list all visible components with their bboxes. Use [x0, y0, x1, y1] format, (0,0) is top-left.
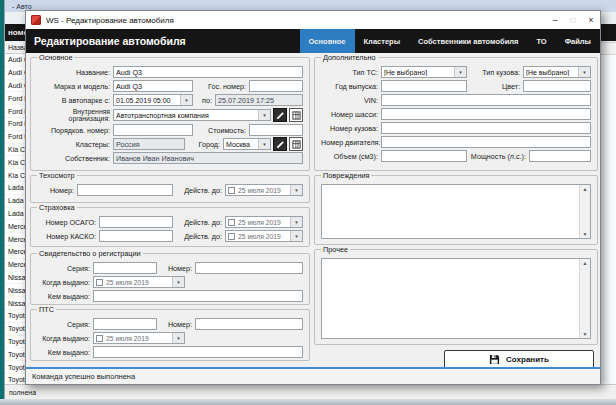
cost-input[interactable] [249, 124, 303, 136]
power-input[interactable] [529, 150, 591, 162]
taskbar[interactable] [0, 399, 616, 405]
chevron-down-icon[interactable]: ▾ [258, 139, 270, 149]
plate-label: Гос. номер: [193, 82, 249, 91]
chevron-down-icon[interactable]: ▾ [290, 185, 302, 195]
group-other-title: Прочее [321, 245, 350, 254]
color-input[interactable] [523, 80, 591, 92]
pts-series-input[interactable] [93, 318, 157, 330]
fleet-to-datetime-disabled: 25.07.2019 17:25 [215, 94, 303, 106]
name-input[interactable] [113, 66, 303, 78]
dialog-header: Редактирование автомобиля Основное Класт… [26, 29, 600, 53]
chassis-input[interactable] [381, 108, 591, 120]
kasko-date-picker[interactable]: 25 июля 2019 ▾ [225, 230, 303, 242]
cert-when-date-picker[interactable]: 25 июля 2019 ▾ [93, 276, 185, 288]
checkbox-icon[interactable] [228, 219, 235, 226]
table-icon [292, 140, 301, 149]
scroll-down-icon[interactable]: ▼ [583, 231, 588, 237]
cert-series-input[interactable] [93, 262, 157, 274]
kasko-label: Номер КАСКО: [37, 232, 99, 241]
body-number-input[interactable] [381, 122, 591, 134]
edit-car-dialog: WS - Редактирование автомобиля – □ × Ред… [25, 10, 601, 385]
group-tech-title: Техосмотр [37, 171, 77, 180]
other-textarea[interactable] [322, 259, 579, 338]
chevron-down-icon[interactable]: ▾ [290, 217, 302, 227]
owner-label: Собственник: [37, 154, 113, 163]
tab-sobstvenniki[interactable]: Собственники автомобиля [409, 29, 527, 53]
osago-date-picker[interactable]: 25 июля 2019 ▾ [225, 216, 303, 228]
cert-series-label: Серия: [37, 264, 93, 273]
plate-input[interactable] [249, 80, 303, 92]
city-select-button[interactable] [289, 137, 303, 151]
chevron-down-icon[interactable]: ▾ [258, 110, 270, 120]
dialog-titlebar[interactable]: WS - Редактирование автомобиля – □ × [26, 11, 600, 29]
page-title: Редактирование автомобиля [34, 35, 186, 47]
close-button[interactable]: × [582, 13, 600, 28]
volume-label: Объем (см3): [321, 152, 381, 161]
minimize-button[interactable]: – [546, 13, 564, 28]
cert-by-input[interactable] [93, 290, 303, 302]
body-type-combo[interactable]: [Не выбрано] ▾ [523, 66, 591, 78]
brand-input[interactable] [113, 80, 193, 92]
pts-by-input[interactable] [93, 346, 303, 358]
org-edit-button[interactable] [273, 108, 287, 122]
group-insurance: Страховка Номер ОСАГО: Действ. до: 25 ию… [30, 207, 310, 247]
tab-osnovnoe[interactable]: Основное [300, 29, 355, 53]
scrollbar[interactable]: ▲ ▼ [579, 259, 590, 338]
chevron-down-icon[interactable]: ▾ [172, 333, 184, 343]
background-statusbar: полнена [5, 384, 616, 399]
tab-bar: Основное Кластеры Собственники автомобил… [300, 29, 600, 53]
org-combo[interactable]: Автотранспортная компания ▾ [113, 109, 271, 121]
scroll-down-icon[interactable]: ▼ [583, 331, 588, 337]
tab-to[interactable]: ТО [527, 29, 555, 53]
fleet-from-value: 01.05.2019 05:00 [114, 97, 180, 104]
vin-label: VIN: [321, 96, 381, 105]
chevron-down-icon[interactable]: ▾ [180, 95, 192, 105]
city-combo[interactable]: Москва ▾ [223, 138, 271, 150]
chevron-down-icon[interactable]: ▾ [290, 231, 302, 241]
org-select-button[interactable] [289, 108, 303, 122]
cert-number-input[interactable] [195, 262, 303, 274]
body-type-value: [Не выбрано] [524, 69, 578, 76]
vehicle-type-label: Тип ТС: [321, 68, 381, 77]
osago-input[interactable] [99, 216, 173, 228]
body-type-label: Тип кузова: [467, 68, 523, 77]
dialog-statusbar: Команда успешно выполнена [26, 367, 600, 384]
tab-faily[interactable]: Файлы [556, 29, 600, 53]
tab-klastery[interactable]: Кластеры [355, 29, 410, 53]
owner-disabled-field: Иванов Иван Иванович [113, 152, 303, 164]
pts-number-input[interactable] [195, 318, 303, 330]
checkbox-icon[interactable] [96, 279, 103, 286]
checkbox-icon[interactable] [96, 335, 103, 342]
cert-by-label: Кем выдано: [37, 292, 93, 301]
clusters-label: Кластеры: [37, 140, 113, 149]
pts-when-date-picker[interactable]: 25 июля 2019 ▾ [93, 332, 185, 344]
scroll-up-icon[interactable]: ▲ [583, 186, 588, 192]
kasko-input[interactable] [99, 230, 173, 242]
group-extra-title: Дополнительно [321, 53, 378, 62]
checkbox-icon[interactable] [228, 233, 235, 240]
group-osnovnoe-title: Основное [37, 53, 74, 62]
city-combo-value: Москва [224, 141, 258, 148]
app-icon [31, 15, 41, 25]
engine-number-input[interactable] [381, 136, 591, 148]
city-edit-button[interactable] [273, 137, 287, 151]
scroll-up-icon[interactable]: ▲ [583, 260, 588, 266]
checkbox-icon[interactable] [228, 187, 235, 194]
year-input[interactable] [381, 80, 467, 92]
brand-label: Марка и модель: [37, 82, 113, 91]
ordinal-input[interactable] [113, 124, 193, 136]
scrollbar[interactable]: ▲ ▼ [579, 185, 590, 238]
vin-input[interactable] [381, 94, 591, 106]
chevron-down-icon[interactable]: ▾ [454, 67, 466, 77]
volume-input[interactable] [381, 150, 467, 162]
vehicle-type-combo[interactable]: [Не выбрано] ▾ [381, 66, 467, 78]
fleet-from-datetime-picker[interactable]: 01.05.2019 05:00 ▾ [113, 94, 193, 106]
fleet-to-label: по: [193, 96, 215, 105]
tech-number-input[interactable] [77, 184, 173, 196]
tech-valid-date-picker[interactable]: 25 июля 2019 ▾ [225, 184, 303, 196]
chevron-down-icon[interactable]: ▾ [172, 277, 184, 287]
damage-textarea[interactable] [322, 185, 579, 238]
power-label: Мощность (л.с.): [467, 152, 529, 161]
maximize-button[interactable]: □ [564, 13, 582, 28]
chevron-down-icon[interactable]: ▾ [578, 67, 590, 77]
